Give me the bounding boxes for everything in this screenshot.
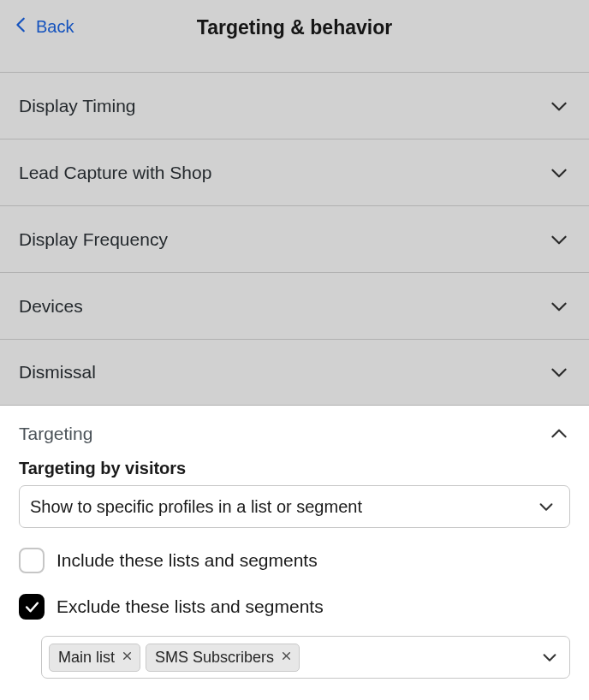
section-label: Devices xyxy=(19,296,83,317)
section-targeting[interactable]: Targeting xyxy=(19,406,570,457)
exclude-label: Exclude these lists and segments xyxy=(57,596,324,617)
targeting-select[interactable]: Show to specific profiles in a list or s… xyxy=(19,485,570,528)
section-lead-capture[interactable]: Lead Capture with Shop xyxy=(0,139,589,205)
tag-label: Main list xyxy=(58,649,115,667)
exclude-multiselect[interactable]: Main list SMS Subscribers xyxy=(41,636,570,679)
chevron-up-icon xyxy=(548,423,570,445)
section-devices[interactable]: Devices xyxy=(0,272,589,339)
page-title: Targeting & behavior xyxy=(197,16,392,39)
chevron-down-icon xyxy=(548,95,570,117)
exclude-checkbox[interactable] xyxy=(19,594,45,620)
close-icon[interactable] xyxy=(122,650,133,664)
section-label: Lead Capture with Shop xyxy=(19,163,211,183)
section-label: Targeting xyxy=(19,424,92,444)
tag-label: SMS Subscribers xyxy=(155,649,274,667)
chevron-down-icon xyxy=(548,295,570,317)
section-display-timing[interactable]: Display Timing xyxy=(0,72,589,139)
section-label: Display Frequency xyxy=(19,229,168,250)
include-label: Include these lists and segments xyxy=(57,550,318,571)
select-value: Show to specific profiles in a list or s… xyxy=(30,497,362,517)
tag-sms-subscribers: SMS Subscribers xyxy=(146,644,300,672)
arrow-left-icon xyxy=(12,15,31,39)
chevron-down-icon xyxy=(548,228,570,251)
include-checkbox[interactable] xyxy=(19,548,45,573)
section-display-frequency[interactable]: Display Frequency xyxy=(0,205,589,272)
tag-main-list: Main list xyxy=(49,644,140,672)
section-label: Display Timing xyxy=(19,96,136,116)
chevron-down-icon xyxy=(540,648,559,667)
back-button[interactable]: Back xyxy=(12,15,74,39)
targeting-field-label: Targeting by visitors xyxy=(19,459,570,478)
chevron-down-icon xyxy=(548,162,570,184)
close-icon[interactable] xyxy=(281,650,292,664)
section-dismissal[interactable]: Dismissal xyxy=(0,339,589,406)
section-label: Dismissal xyxy=(19,362,96,383)
back-label: Back xyxy=(36,17,74,37)
chevron-down-icon xyxy=(537,497,556,516)
chevron-down-icon xyxy=(548,361,570,383)
check-icon xyxy=(24,599,40,615)
